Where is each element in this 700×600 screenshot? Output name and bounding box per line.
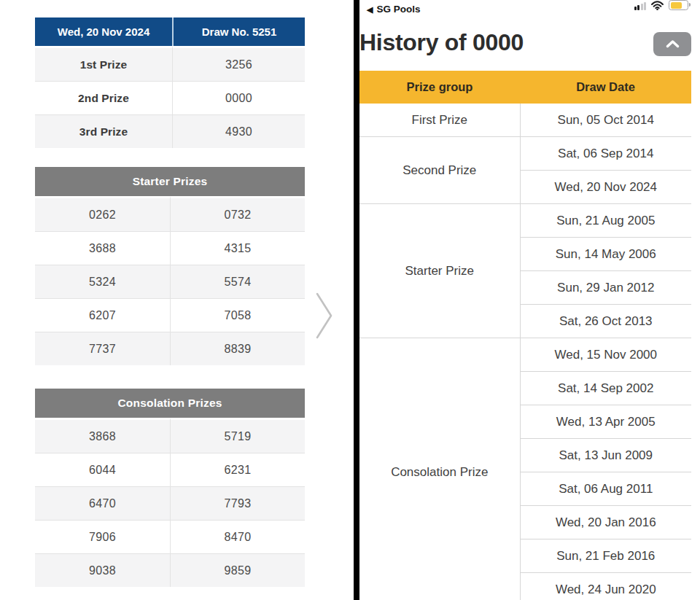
title-row: History of 0000 [359, 20, 700, 71]
prize-number-row: 77378839 [35, 332, 305, 365]
draw-results-header-row: Wed, 20 Nov 2024 Draw No. 5251 [35, 17, 305, 46]
prize-number: 4315 [170, 231, 305, 265]
draw-date-cell: Wed, 20 Nov 2024 [520, 171, 691, 204]
consolation-prizes-table: Consolation Prizes 386857196044623164707… [35, 389, 305, 587]
back-arrow-icon: ◀ [367, 6, 373, 14]
prize-label: 3rd Prize [35, 114, 172, 148]
panel-divider [354, 0, 359, 600]
draw-date-header: Wed, 20 Nov 2024 [35, 17, 172, 46]
prize-group-cell: Consolation Prize [359, 338, 520, 600]
draw-date-cell: Sun, 21 Aug 2005 [520, 204, 691, 238]
history-panel: ◀ SG Pools History of 0000 [359, 0, 700, 600]
prize-number: 7737 [35, 332, 170, 365]
top-prize-row: 3rd Prize4930 [35, 114, 305, 148]
draw-date-cell: Sat, 13 Jun 2009 [520, 439, 691, 472]
prize-number-row: 79068470 [35, 520, 305, 553]
draw-date-cell: Wed, 24 Jun 2020 [520, 573, 691, 600]
prize-number-row: 02620732 [35, 196, 305, 231]
prize-number: 0000 [172, 81, 305, 114]
cellular-signal-icon [634, 1, 647, 10]
section-spacer [35, 365, 305, 389]
draw-date-cell: Sat, 06 Aug 2011 [520, 472, 691, 506]
draw-results-panel: Wed, 20 Nov 2024 Draw No. 5251 1st Prize… [35, 17, 305, 600]
starter-prizes-table: Starter Prizes 0262073236884315532455746… [35, 167, 305, 365]
history-row: First PrizeSun, 05 Oct 2014 [359, 104, 691, 137]
draw-date-cell: Wed, 15 Nov 2000 [520, 338, 691, 372]
prize-label: 2nd Prize [35, 81, 172, 114]
history-table: Prize group Draw Date First PrizeSun, 05… [359, 71, 691, 600]
top-prize-row: 1st Prize3256 [35, 46, 305, 81]
prize-number: 8470 [170, 520, 305, 553]
history-header-row: Prize group Draw Date [359, 71, 691, 104]
top-prizes-body: 1st Prize32562nd Prize00003rd Prize4930 [35, 46, 305, 148]
prize-number: 0262 [35, 196, 170, 231]
prize-number-row: 36884315 [35, 231, 305, 265]
status-bar: ◀ SG Pools [359, 0, 700, 20]
draw-date-cell: Sun, 29 Jan 2012 [520, 271, 691, 305]
prize-number: 5574 [170, 265, 305, 298]
prize-number: 6231 [170, 453, 305, 486]
prize-number: 3256 [172, 46, 305, 81]
back-to-app-button[interactable]: ◀ SG Pools [367, 4, 420, 15]
consolation-prizes-title: Consolation Prizes [35, 389, 305, 418]
prize-number-row: 64707793 [35, 486, 305, 520]
draw-date-cell: Sun, 05 Oct 2014 [520, 104, 691, 137]
back-label: SG Pools [376, 4, 420, 15]
prize-number: 5324 [35, 265, 170, 298]
history-row: Consolation PrizeWed, 15 Nov 2000 [359, 338, 691, 372]
prize-number-row: 53245574 [35, 265, 305, 298]
draw-date-cell: Wed, 13 Apr 2005 [520, 405, 691, 439]
prize-number: 5719 [170, 418, 305, 453]
history-row: Starter PrizeSun, 21 Aug 2005 [359, 204, 691, 238]
wifi-icon [651, 1, 664, 10]
draw-date-cell: Sat, 26 Oct 2013 [520, 305, 691, 338]
prize-number-row: 38685719 [35, 418, 305, 453]
consolation-prizes-header-row: Consolation Prizes [35, 389, 305, 418]
status-icons [634, 0, 689, 10]
prize-number-row: 62077058 [35, 298, 305, 332]
draw-results-table: Wed, 20 Nov 2024 Draw No. 5251 1st Prize… [35, 17, 305, 148]
draw-number-header: Draw No. 5251 [172, 17, 305, 46]
scroll-top-button[interactable] [653, 32, 691, 56]
section-spacer [35, 148, 305, 167]
prize-number: 7058 [170, 298, 305, 332]
prize-number: 4930 [172, 114, 305, 148]
starter-prizes-header-row: Starter Prizes [35, 167, 305, 196]
history-table-body: First PrizeSun, 05 Oct 2014Second PrizeS… [359, 104, 691, 600]
draw-date-cell: Sat, 06 Sep 2014 [520, 137, 691, 171]
starter-prizes-title: Starter Prizes [35, 167, 305, 196]
prize-group-cell: Starter Prize [359, 204, 520, 338]
screenshot-root: Wed, 20 Nov 2024 Draw No. 5251 1st Prize… [0, 0, 700, 600]
prize-group-cell: Second Prize [359, 137, 520, 204]
prize-number: 3688 [35, 231, 170, 265]
prize-number: 9859 [170, 553, 305, 587]
draw-date-column-header: Draw Date [520, 71, 691, 104]
history-row: Second PrizeSat, 06 Sep 2014 [359, 137, 691, 171]
battery-icon [669, 0, 688, 10]
prize-number-row: 60446231 [35, 453, 305, 486]
draw-date-cell: Sat, 14 Sep 2002 [520, 372, 691, 405]
prize-number: 7906 [35, 520, 170, 553]
carousel-next-button[interactable] [312, 291, 337, 340]
prize-number: 7793 [170, 486, 305, 520]
chevron-up-icon [666, 40, 680, 48]
prize-number: 3868 [35, 418, 170, 453]
prize-group-column-header: Prize group [359, 71, 520, 104]
draw-date-cell: Sun, 14 May 2006 [520, 238, 691, 271]
top-prize-row: 2nd Prize0000 [35, 81, 305, 114]
prize-number-row: 90389859 [35, 553, 305, 587]
prize-label: 1st Prize [35, 46, 172, 81]
prize-number: 8839 [170, 332, 305, 365]
prize-number: 6044 [35, 453, 170, 486]
page-title: History of 0000 [359, 29, 524, 56]
table-tail-spacer [35, 587, 305, 600]
prize-group-cell: First Prize [359, 104, 520, 137]
prize-number: 6207 [35, 298, 170, 332]
draw-date-cell: Wed, 20 Jan 2016 [520, 506, 691, 539]
prize-number: 6470 [35, 486, 170, 520]
consolation-prizes-body: 3868571960446231647077937906847090389859 [35, 418, 305, 587]
prize-number: 0732 [170, 196, 305, 231]
starter-prizes-body: 0262073236884315532455746207705877378839 [35, 196, 305, 365]
chevron-right-icon [315, 292, 334, 340]
prize-number: 9038 [35, 553, 170, 587]
